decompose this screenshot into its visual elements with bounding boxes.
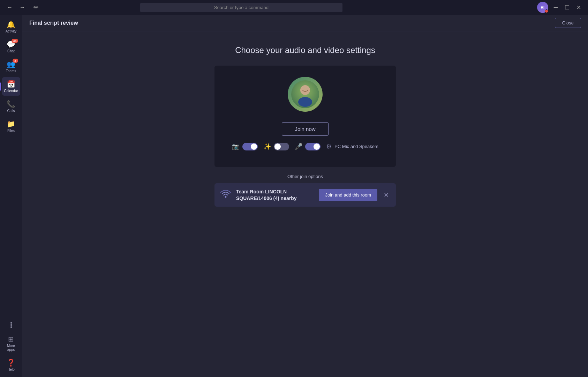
room-join-banner: Team Room LINCOLN SQUARE/14006 (4) nearb… [214, 183, 396, 207]
window-close-button[interactable]: ✕ [574, 3, 584, 12]
audio-device-label: PC Mic and Speakers [334, 144, 378, 149]
dot-2 [10, 324, 12, 326]
room-info: Team Room LINCOLN SQUARE/14006 (4) nearb… [236, 188, 314, 201]
page-title: Final script review [29, 20, 78, 26]
titlebar: ← → ✏ RI ─ ☐ ✕ [0, 0, 588, 15]
chat-badge: 34 [12, 39, 18, 43]
sidebar-item-activity[interactable]: 🔔 Activity [2, 17, 20, 36]
sidebar-item-calls[interactable]: 📞 Calls [2, 97, 20, 116]
sidebar-item-files[interactable]: 📁 Files [2, 117, 20, 135]
search-input[interactable] [140, 3, 342, 12]
dismiss-room-banner-button[interactable]: ✕ [382, 190, 390, 200]
video-toggle[interactable] [242, 143, 258, 150]
background-toggle-knob [274, 143, 281, 150]
files-icon: 📁 [7, 120, 15, 128]
join-now-button[interactable]: Join now [282, 122, 328, 136]
mic-toggle-knob [314, 143, 320, 150]
video-camera-icon: 📷 [232, 143, 240, 150]
maximize-button[interactable]: ☐ [562, 3, 572, 12]
room-name-line2: SQUARE/14006 (4) nearby [236, 195, 314, 201]
window-controls: ─ ☐ ✕ [551, 3, 584, 12]
audio-device-group: ⚙ PC Mic and Speakers [326, 143, 378, 150]
user-status-badge [545, 9, 548, 13]
calendar-icon: 📅 [7, 80, 15, 88]
meeting-container: Choose your audio and video settings [22, 31, 588, 377]
svg-point-3 [225, 196, 227, 198]
calls-icon: 📞 [7, 100, 15, 108]
compose-button[interactable]: ✏ [31, 2, 42, 13]
video-control-group: 📷 [232, 143, 258, 150]
help-icon: ❓ [7, 358, 15, 367]
sidebar-label-more-apps: More apps [3, 344, 19, 352]
forward-button[interactable]: → [17, 3, 28, 12]
room-wifi-icon [220, 188, 231, 202]
sidebar-item-teams[interactable]: 👥 Teams 3 [2, 57, 20, 76]
sidebar-item-help[interactable]: ❓ Help [2, 356, 20, 374]
sidebar-label-calendar: Calendar [4, 89, 18, 93]
close-panel-button[interactable]: Close [555, 18, 581, 28]
sidebar-label-calls: Calls [7, 109, 15, 113]
activity-icon: 🔔 [7, 20, 15, 29]
wifi-icon-svg [220, 188, 231, 199]
user-avatar-svg [291, 80, 319, 108]
sidebar-item-more-apps[interactable]: ⊞ More apps [2, 332, 20, 354]
other-options-label: Other join options [287, 174, 323, 179]
content-area: Final script review Close Choose your au… [22, 15, 588, 377]
video-toggle-knob [251, 143, 257, 150]
user-avatar[interactable]: RI [537, 2, 548, 13]
dot-1 [10, 322, 12, 324]
minimize-button[interactable]: ─ [551, 3, 560, 12]
video-preview: Join now 📷 ✨ [214, 66, 396, 167]
sidebar-label-teams: Teams [6, 69, 16, 73]
more-apps-icon: ⊞ [8, 335, 14, 343]
sidebar: 🔔 Activity 💬 Chat 34 👥 Teams 3 📅 Calenda… [0, 15, 22, 377]
svg-point-1 [300, 85, 310, 95]
mic-control-group: 🎤 [295, 143, 321, 150]
sidebar-label-files: Files [7, 129, 15, 133]
sidebar-item-calendar[interactable]: 📅 Calendar [2, 77, 20, 96]
nav-buttons: ← → [4, 3, 28, 12]
titlebar-right: RI ─ ☐ ✕ [537, 2, 584, 13]
page-header: Final script review Close [22, 15, 588, 31]
join-room-button[interactable]: Join and add this room [319, 189, 377, 201]
user-avatar-video [288, 77, 323, 112]
main-layout: 🔔 Activity 💬 Chat 34 👥 Teams 3 📅 Calenda… [0, 15, 588, 377]
sidebar-item-chat[interactable]: 💬 Chat 34 [2, 37, 20, 56]
dot-3 [10, 326, 12, 328]
back-button[interactable]: ← [4, 3, 15, 12]
sidebar-label-chat: Chat [7, 49, 15, 53]
controls-row: 📷 ✨ 🎤 [225, 143, 385, 156]
sidebar-label-help: Help [7, 368, 15, 371]
more-options-dots[interactable] [2, 319, 20, 331]
room-name-line1: Team Room LINCOLN [236, 188, 314, 195]
av-settings-heading: Choose your audio and video settings [235, 45, 375, 55]
background-icon: ✨ [263, 143, 271, 150]
audio-settings-icon[interactable]: ⚙ [326, 143, 332, 150]
svg-point-2 [298, 97, 312, 107]
mic-icon: 🎤 [295, 143, 302, 150]
sidebar-label-activity: Activity [6, 29, 17, 33]
mic-toggle[interactable] [305, 143, 321, 150]
teams-badge: 3 [13, 59, 18, 63]
background-toggle[interactable] [274, 143, 289, 150]
background-control-group: ✨ [263, 143, 289, 150]
